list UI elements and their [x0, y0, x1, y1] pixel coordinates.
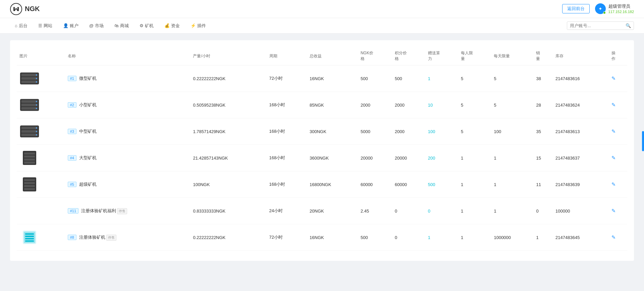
edit-button[interactable]: ✎	[611, 102, 616, 108]
plugin-icon: ⚡	[191, 23, 196, 28]
svg-rect-35	[25, 236, 34, 237]
cell-daily-limit: 1	[491, 171, 533, 198]
svg-rect-2	[21, 74, 38, 76]
online-indicator	[603, 11, 606, 14]
nav-item-site[interactable]: ☰ 网站	[34, 18, 57, 34]
cell-profit: 20NGK	[307, 198, 358, 224]
admin-info: ✦ 超级管理员 117.152.16.182	[595, 3, 634, 15]
cell-per-limit: 5	[458, 92, 491, 118]
cell-production: 0.22222222NGK	[190, 224, 266, 251]
search-box[interactable]: 🔍	[567, 21, 634, 30]
id-badge: #3	[68, 129, 76, 134]
cell-action: ✎	[609, 198, 627, 224]
col-sales: 销量	[533, 47, 553, 65]
svg-point-19	[36, 127, 37, 129]
scrollbar[interactable]	[642, 131, 644, 151]
cell-per-limit: 1	[458, 198, 491, 224]
id-badge: #11	[68, 208, 78, 214]
miner-nav-icon: ⚙	[140, 23, 144, 28]
cell-ngk-price: 500	[358, 65, 392, 92]
cell-ngk-price: 60000	[358, 171, 392, 198]
edit-button[interactable]: ✎	[611, 234, 616, 240]
cell-profit: 16800NGK	[307, 171, 358, 198]
edit-button[interactable]: ✎	[611, 75, 616, 81]
cell-points-price: 60000	[392, 171, 425, 198]
cell-stock: 2147483639	[553, 171, 609, 198]
col-image: 图片	[17, 47, 65, 65]
col-stock: 库存	[553, 47, 609, 65]
cell-sales: 11	[533, 171, 553, 198]
nav-label-account: 账户	[70, 23, 78, 29]
cell-daily-limit: 100	[491, 118, 533, 145]
miners-table: 图片 名称 产量/小时 周期 总收益 NGK价格 积分价格 赠送算力 每人限量 …	[17, 47, 627, 251]
col-action: 操作	[609, 47, 627, 65]
nav-item-market[interactable]: @ 市场	[85, 18, 108, 34]
svg-rect-9	[21, 100, 38, 103]
svg-rect-24	[24, 156, 35, 158]
cell-cycle: 168小时	[267, 171, 307, 198]
svg-rect-28	[24, 179, 35, 181]
nav-item-shop[interactable]: 🛍 商城	[110, 18, 133, 34]
cell-action: ✎	[609, 118, 627, 145]
cell-ngk-price: 20000	[358, 145, 392, 171]
search-icon: 🔍	[626, 23, 631, 28]
edit-button[interactable]: ✎	[611, 208, 616, 214]
cell-gift-power: 1	[425, 65, 458, 92]
fund-icon: 💰	[164, 23, 170, 28]
cell-name: #5 超级矿机	[65, 171, 191, 198]
id-badge: #4	[68, 155, 76, 161]
nav-item-account[interactable]: 👤 账户	[58, 18, 83, 34]
nav-item-miner[interactable]: ⚙ 矿机	[135, 18, 158, 34]
menu-icon: ☰	[38, 23, 42, 28]
cell-daily-limit: 1	[491, 198, 533, 224]
nav-item-fund[interactable]: 💰 资金	[160, 18, 184, 34]
cell-per-limit: 1	[458, 224, 491, 251]
header: NGK 返回前台 ✦ 超级管理员 117.152.16.182	[0, 0, 644, 18]
cell-production: 21.42857143NGK	[190, 145, 266, 171]
cell-stock: 2147483616	[553, 65, 609, 92]
cell-stock: 2147483637	[553, 145, 609, 171]
cell-points-price: 0	[392, 224, 425, 251]
svg-rect-30	[24, 185, 35, 187]
cell-name: #3 中型矿机	[65, 118, 191, 145]
cell-daily-limit: 1	[491, 145, 533, 171]
svg-point-20	[36, 131, 37, 132]
cell-gift-power: 500	[425, 171, 458, 198]
cell-ngk-price: 500	[358, 224, 392, 251]
cell-gift-power: 10	[425, 92, 458, 118]
cell-cycle: 168小时	[267, 118, 307, 145]
cell-image	[17, 65, 65, 92]
cell-stock: 2147483613	[553, 118, 609, 145]
nav-label-miner: 矿机	[145, 23, 154, 29]
cell-per-limit: 5	[458, 118, 491, 145]
cell-production: 0.22222222NGK	[190, 65, 266, 92]
cell-ngk-price: 5000	[358, 118, 392, 145]
edit-button[interactable]: ✎	[611, 181, 616, 187]
svg-rect-16	[21, 127, 38, 129]
cell-daily-limit: 5	[491, 92, 533, 118]
cell-points-price: 500	[392, 65, 425, 92]
cell-profit: 85NGK	[307, 92, 358, 118]
search-input[interactable]	[570, 23, 624, 28]
cell-cycle: 168小时	[267, 92, 307, 118]
svg-rect-18	[21, 134, 38, 136]
col-profit: 总收益	[307, 47, 358, 65]
return-button[interactable]: 返回前台	[562, 4, 590, 13]
svg-point-14	[36, 108, 37, 109]
cell-image	[17, 118, 65, 145]
cell-sales: 35	[533, 118, 553, 145]
edit-button[interactable]: ✎	[611, 155, 616, 161]
table-row: #1 微型矿机 0.22222222NGK 72小时 16NGK 500 500…	[17, 65, 627, 92]
user-icon: 👤	[63, 23, 68, 28]
cell-cycle: 168小时	[267, 145, 307, 171]
svg-rect-25	[24, 159, 35, 161]
nav-item-home[interactable]: ⌂ 后台	[10, 18, 32, 34]
nav-item-plugin[interactable]: ⚡ 插件	[186, 18, 211, 34]
cell-image	[17, 92, 65, 118]
svg-point-13	[36, 104, 37, 106]
cell-sales: 0	[533, 198, 553, 224]
cell-profit: 16NGK	[307, 65, 358, 92]
edit-button[interactable]: ✎	[611, 128, 616, 134]
cell-stock: 2147483645	[553, 224, 609, 251]
cell-name: #11 注册体验矿机福利 停售	[65, 198, 191, 224]
